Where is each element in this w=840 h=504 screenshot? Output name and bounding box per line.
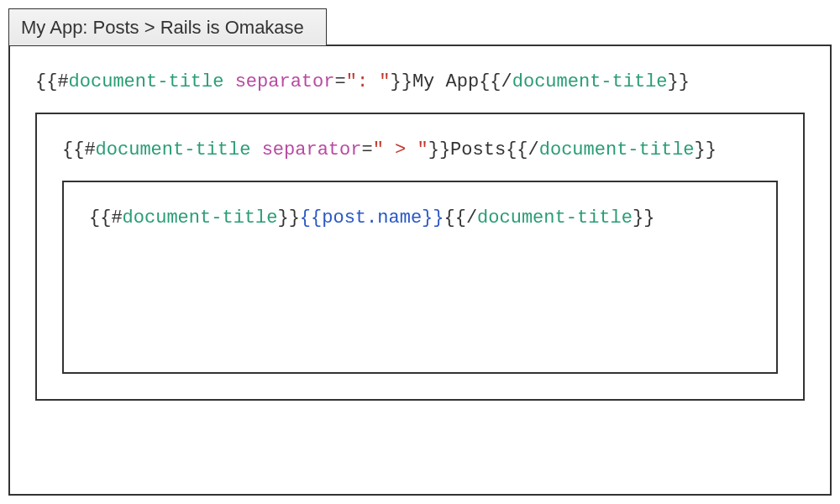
close-open-brace: }} [391, 71, 412, 92]
equals: = [334, 71, 345, 92]
expr-close: }} [422, 207, 444, 228]
close-tag-name: document-title [512, 71, 668, 92]
equals: = [361, 139, 372, 160]
close-end-brace: }} [668, 71, 690, 92]
content-text: My App [412, 71, 479, 92]
code-line-2: {{#document-title separator=" > "}}Posts… [62, 139, 778, 160]
open-brace: {{# [89, 207, 123, 228]
tag-name: document-title [69, 71, 224, 92]
code-line-1: {{#document-title separator=": "}}My App… [35, 71, 805, 92]
close-tag-name: document-title [477, 207, 633, 228]
content-text: Posts [450, 139, 506, 160]
attr-value: ": " [346, 71, 391, 92]
expr-open: {{ [300, 207, 322, 228]
browser-tab[interactable]: My App: Posts > Rails is Omakase [8, 8, 327, 45]
code-line-3: {{#document-title}}{{post.name}}{{/docum… [89, 207, 751, 228]
tab-title: My App: Posts > Rails is Omakase [21, 17, 304, 39]
space [250, 139, 261, 160]
attr-name: separator [235, 71, 335, 92]
close-brace: {{/ [479, 71, 512, 92]
nested-box-2: {{#document-title}}{{post.name}}{{/docum… [62, 181, 778, 374]
close-open-brace: }} [428, 139, 450, 160]
content-window: {{#document-title separator=": "}}My App… [8, 45, 832, 496]
attr-name: separator [262, 139, 362, 160]
close-tag-name: document-title [539, 139, 695, 160]
open-brace: {{# [62, 139, 96, 160]
tag-name: document-title [123, 207, 278, 228]
close-brace: {{/ [444, 207, 478, 228]
close-brace: {{/ [506, 139, 539, 160]
attr-value: " > " [373, 139, 428, 160]
tag-name: document-title [96, 139, 251, 160]
open-brace: {{# [35, 71, 69, 92]
nested-box-1: {{#document-title separator=" > "}}Posts… [35, 113, 805, 401]
expr-body: post.name [322, 207, 422, 228]
close-open-brace: }} [277, 207, 299, 228]
close-end-brace: }} [633, 207, 654, 228]
space [223, 71, 234, 92]
close-end-brace: }} [695, 139, 717, 160]
